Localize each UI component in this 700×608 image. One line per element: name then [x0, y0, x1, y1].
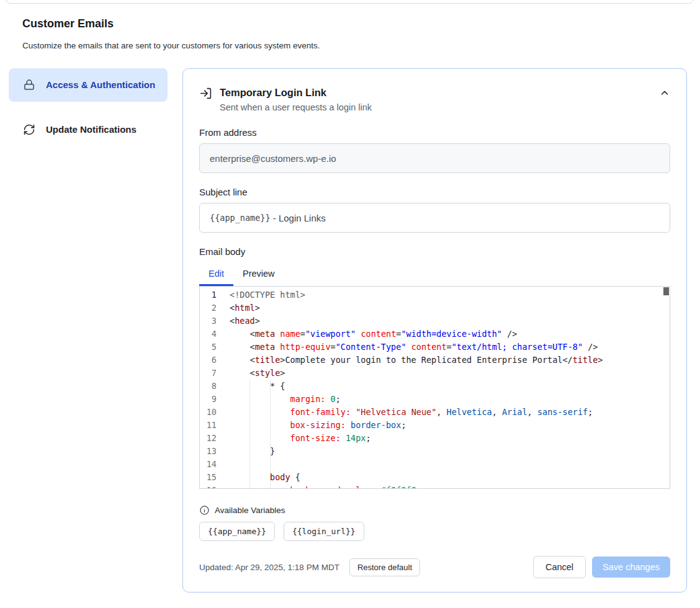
- sidebar-item-label: Update Notifications: [46, 122, 137, 137]
- code-line[interactable]: [230, 458, 662, 471]
- line-number: 12: [200, 432, 217, 445]
- subject-value-variable: {{app_name}}: [210, 213, 271, 223]
- code-line[interactable]: <meta name="viewport" content="width=dev…: [230, 328, 662, 341]
- editor-gutter: 12345678910111213141516: [200, 288, 217, 489]
- save-changes-button[interactable]: Save changes: [592, 557, 670, 578]
- chevron-up-icon: [659, 87, 670, 99]
- subject-line-label: Subject line: [199, 187, 670, 197]
- sidebar-item-update-notifications[interactable]: Update Notifications: [9, 113, 168, 146]
- page-title: Customer Emails: [22, 17, 114, 30]
- email-types-sidebar: Access & Authentication Update Notificat…: [9, 68, 168, 146]
- available-variables-row: Available Variables: [199, 505, 670, 516]
- variable-chips: {{app_name}} {{login_url}}: [199, 522, 670, 541]
- editor-scrollbar-thumb[interactable]: [663, 287, 669, 295]
- page-subtitle: Customize the emails that are sent to yo…: [22, 41, 320, 50]
- editor-code: <!DOCTYPE html><html><head> <meta name="…: [230, 288, 662, 489]
- panel-header-text: Temporary Login Link Sent when a user re…: [220, 85, 372, 114]
- lock-icon: [23, 79, 35, 91]
- code-line[interactable]: <meta http-equiv="Content-Type" content=…: [230, 341, 662, 354]
- code-line[interactable]: <!DOCTYPE html>: [230, 288, 662, 302]
- tab-preview[interactable]: Preview: [233, 261, 284, 286]
- line-number: 4: [200, 328, 217, 341]
- line-number: 15: [200, 471, 217, 484]
- code-line[interactable]: <html>: [230, 302, 662, 315]
- line-number: 16: [200, 484, 217, 489]
- code-line[interactable]: }: [230, 445, 662, 458]
- from-address-label: From address: [199, 127, 670, 138]
- previous-card-bottom-edge: [5, 0, 694, 4]
- from-address-value: enterprise@customers.wp-e.io: [210, 153, 336, 164]
- variable-chip-login-url[interactable]: {{login_url}}: [284, 522, 364, 541]
- cancel-button[interactable]: Cancel: [533, 556, 586, 578]
- updated-timestamp: Updated: Apr 29, 2025, 1:18 PM MDT: [199, 563, 339, 572]
- code-line[interactable]: background-color: #f8f8f8;: [230, 484, 662, 489]
- log-in-icon: [199, 87, 212, 100]
- panel-subtitle: Sent when a user requests a login link: [220, 101, 372, 114]
- code-line[interactable]: box-sizing: border-box;: [230, 419, 662, 432]
- line-number: 10: [200, 406, 217, 419]
- customer-emails-page: { "page": { "title": "Customer Emails", …: [0, 0, 700, 608]
- subject-line-input[interactable]: {{app_name}} - Login Links: [199, 203, 670, 233]
- from-address-input: enterprise@customers.wp-e.io: [199, 143, 670, 173]
- code-line[interactable]: margin: 0;: [230, 393, 662, 406]
- collapse-panel-button[interactable]: [659, 87, 670, 99]
- panel-header: Temporary Login Link Sent when a user re…: [199, 85, 670, 114]
- code-line[interactable]: * {: [230, 380, 662, 393]
- line-number: 14: [200, 458, 217, 471]
- subject-value-text: - Login Links: [271, 213, 326, 223]
- code-line[interactable]: <title>Complete your login to the Replic…: [230, 354, 662, 367]
- line-number: 13: [200, 445, 217, 458]
- line-number: 3: [200, 315, 217, 328]
- available-variables-label: Available Variables: [215, 506, 285, 515]
- email-body-code-editor[interactable]: 12345678910111213141516 <!DOCTYPE html><…: [199, 286, 670, 489]
- line-number: 8: [200, 380, 217, 393]
- code-line[interactable]: <head>: [230, 315, 662, 328]
- panel-footer: Updated: Apr 29, 2025, 1:18 PM MDT Resto…: [199, 556, 670, 582]
- code-line[interactable]: font-family: "Helvetica Neue", Helvetica…: [230, 406, 662, 419]
- code-line[interactable]: <style>: [230, 367, 662, 380]
- variable-chip-app-name[interactable]: {{app_name}}: [199, 522, 275, 541]
- code-line[interactable]: body {: [230, 471, 662, 484]
- line-number: 11: [200, 419, 217, 432]
- line-number: 5: [200, 341, 217, 354]
- code-line[interactable]: font-size: 14px;: [230, 432, 662, 445]
- email-body-label: Email body: [199, 246, 670, 257]
- sidebar-item-label: Access & Authentication: [46, 78, 155, 92]
- line-number: 2: [200, 302, 217, 315]
- refresh-icon: [23, 123, 35, 136]
- info-icon[interactable]: [199, 505, 210, 516]
- restore-default-button[interactable]: Restore default: [349, 558, 420, 576]
- sidebar-item-access-authentication[interactable]: Access & Authentication: [9, 68, 168, 102]
- temporary-login-link-panel: Temporary Login Link Sent when a user re…: [182, 68, 687, 592]
- line-number: 6: [200, 354, 217, 367]
- email-body-tabs: Edit Preview: [199, 261, 670, 286]
- panel-title: Temporary Login Link: [220, 85, 372, 100]
- tab-edit[interactable]: Edit: [199, 261, 233, 286]
- line-number: 7: [200, 367, 217, 380]
- line-number: 1: [200, 288, 217, 302]
- line-number: 9: [200, 393, 217, 406]
